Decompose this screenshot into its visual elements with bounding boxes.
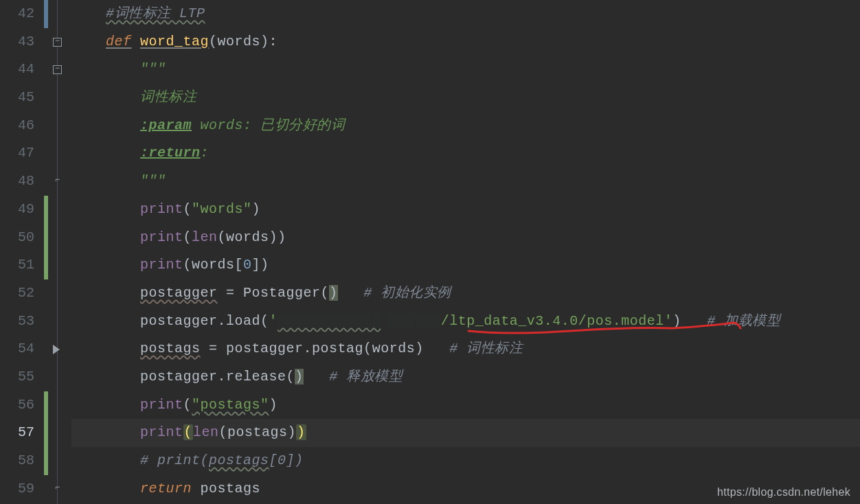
builtin-print: print xyxy=(140,424,183,440)
line-number: 56 xyxy=(0,391,34,420)
method: load xyxy=(226,313,260,329)
code-line[interactable]: """ xyxy=(71,56,860,84)
comment: # 初始化实例 xyxy=(363,285,451,301)
keyword-return: return xyxy=(140,481,192,496)
comment: # 释放模型 xyxy=(329,369,403,385)
code-line[interactable]: 词性标注 xyxy=(71,84,860,112)
code-line[interactable]: postagger = Postagger() # 初始化实例 xyxy=(71,279,860,308)
builtin-print: print xyxy=(140,229,183,245)
watermark-text: https://blog.csdn.net/lehek xyxy=(717,486,850,499)
line-number: 57 xyxy=(0,419,34,447)
code-line[interactable]: # print(postags[0]) xyxy=(71,447,860,475)
redacted-text: ████████████ xyxy=(278,313,381,329)
run-line-icon[interactable] xyxy=(53,345,60,354)
change-marker xyxy=(44,224,48,252)
code-line[interactable]: """ xyxy=(71,168,860,196)
code-line[interactable]: print(words[0]) xyxy=(71,251,860,279)
code-line[interactable]: print(len(words)) xyxy=(71,224,860,252)
comment: #词性标注 LTP xyxy=(106,5,205,21)
code-line[interactable]: :return: xyxy=(71,139,860,168)
variable: postags xyxy=(140,341,201,356)
code-line[interactable]: def word_tag(words): xyxy=(71,28,860,56)
builtin-print: print xyxy=(140,201,183,217)
comment: # 词性标注 xyxy=(449,341,523,356)
code-line-current[interactable]: print(len(postags)) xyxy=(71,419,860,447)
code-line[interactable]: postagger.load('████████████'██████/ltp_… xyxy=(71,308,860,336)
line-number: 43 xyxy=(0,28,34,56)
docstring: 词性标注 xyxy=(140,89,196,105)
builtin-print: print xyxy=(140,397,183,413)
code-line[interactable]: postagger.release() # 释放模型 xyxy=(71,363,860,391)
code-line[interactable]: print("words") xyxy=(71,196,860,224)
line-number: 54 xyxy=(0,335,34,363)
keyword-def: def xyxy=(106,34,132,49)
line-number: 49 xyxy=(0,196,34,224)
code-line[interactable]: print("postags") xyxy=(71,391,860,420)
line-number: 44 xyxy=(0,56,34,84)
line-number: 45 xyxy=(0,84,34,112)
builtin-print: print xyxy=(140,257,183,273)
change-marker xyxy=(44,419,48,447)
variable: postagger xyxy=(140,285,218,301)
line-number-gutter: 42 43 44 45 46 47 48 49 50 51 52 53 54 5… xyxy=(0,0,44,504)
change-marker xyxy=(44,447,48,475)
docstring: """ xyxy=(140,173,166,189)
fold-gutter: − − ⌐ ⌐ xyxy=(44,0,71,504)
string-literal: "words" xyxy=(192,201,252,217)
change-marker xyxy=(44,0,48,28)
fold-handle-icon[interactable]: − xyxy=(53,65,62,74)
string-literal: /ltp_data_v3.4.0/pos.model xyxy=(441,313,664,329)
change-marker xyxy=(44,391,48,420)
code-area[interactable]: #词性标注 LTP def word_tag(words): """ 词性标注 … xyxy=(71,0,860,504)
change-marker xyxy=(44,251,48,279)
matched-paren: ( xyxy=(183,424,194,440)
fold-handle-icon[interactable]: − xyxy=(53,38,62,47)
line-number: 59 xyxy=(0,475,34,503)
comment: # 加载模型 xyxy=(707,313,780,329)
line-number: 46 xyxy=(0,112,34,140)
matched-paren: ) xyxy=(296,424,306,440)
doc-tag: :param xyxy=(140,117,192,133)
redacted-text: '██████ xyxy=(381,313,441,329)
line-number: 51 xyxy=(0,251,34,279)
builtin-len: len xyxy=(192,229,218,245)
line-number: 55 xyxy=(0,363,34,391)
fold-end-icon[interactable]: ⌐ xyxy=(53,177,62,186)
line-number: 50 xyxy=(0,224,34,252)
doc-tag: :return xyxy=(140,145,201,161)
class-name: Postagger xyxy=(243,285,321,301)
docstring: """ xyxy=(140,61,166,77)
code-editor[interactable]: 42 43 44 45 46 47 48 49 50 51 52 53 54 5… xyxy=(0,0,860,504)
comment: # print( xyxy=(140,453,209,468)
line-number: 42 xyxy=(0,0,34,28)
parameter: words xyxy=(218,34,261,49)
change-marker xyxy=(44,196,48,224)
line-number: 53 xyxy=(0,308,34,336)
code-line[interactable]: :param words: 已切分好的词 xyxy=(71,112,860,140)
fold-end-icon[interactable]: ⌐ xyxy=(53,485,62,494)
method: postag xyxy=(312,341,363,356)
function-name: word_tag xyxy=(140,34,209,49)
method: release xyxy=(226,369,286,385)
builtin-len: len xyxy=(193,424,219,440)
number-literal: 0 xyxy=(243,257,252,273)
line-number: 58 xyxy=(0,447,34,475)
code-line[interactable]: #词性标注 LTP xyxy=(71,0,860,28)
line-number: 48 xyxy=(0,168,34,196)
line-number: 52 xyxy=(0,279,34,308)
code-line[interactable]: postags = postagger.postag(words) # 词性标注 xyxy=(71,335,860,363)
line-number: 47 xyxy=(0,139,34,168)
